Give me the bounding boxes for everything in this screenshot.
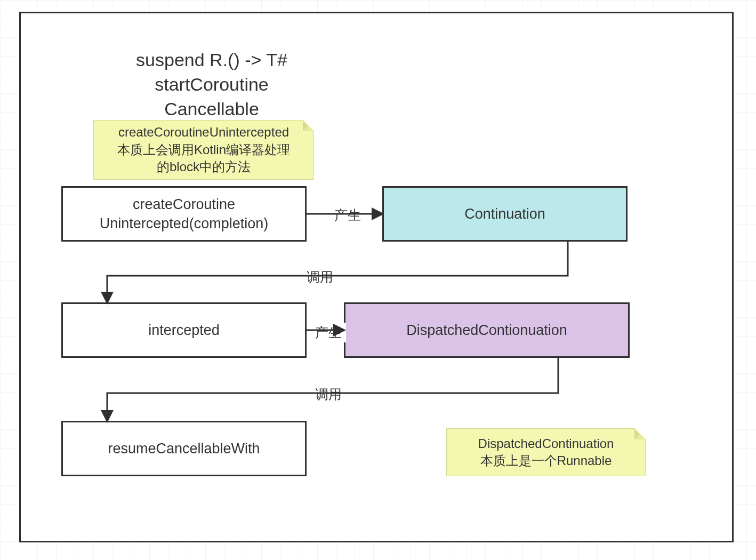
note-top-text: createCoroutineUnintercepted 本质上会调用Kotli… bbox=[117, 124, 290, 175]
title-line1: suspend R.() -> T# bbox=[136, 50, 287, 70]
note-bottom: DispatchedContinuation 本质上是一个Runnable bbox=[446, 428, 646, 476]
edge-label-call-2: 调用 bbox=[311, 385, 346, 404]
edge-label-produce-2: 产生 bbox=[311, 323, 346, 342]
box-dispatched-continuation: DispatchedContionuation bbox=[344, 302, 630, 358]
edge-label-call-1: 调用 bbox=[302, 267, 337, 287]
arrow-continuation-to-intercepted bbox=[107, 242, 568, 302]
box-continuation: Continuation bbox=[382, 186, 628, 242]
outer-frame: suspend R.() -> T# startCoroutine Cancel… bbox=[19, 12, 734, 542]
box-create-coroutine: createCoroutine Unintercepted(completion… bbox=[61, 186, 307, 242]
box-intercepted: intercepted bbox=[61, 302, 307, 358]
note-bottom-text: DispatchedContinuation 本质上是一个Runnable bbox=[478, 435, 614, 470]
box-resume-cancellable: resumeCancellableWith bbox=[61, 421, 307, 476]
title-line2: startCoroutine bbox=[155, 74, 269, 94]
diagram-title: suspend R.() -> T# startCoroutine Cancel… bbox=[100, 48, 324, 122]
edge-label-produce-1: 产生 bbox=[330, 205, 365, 225]
title-line3: Cancellable bbox=[164, 99, 259, 119]
note-top: createCoroutineUnintercepted 本质上会调用Kotli… bbox=[93, 120, 314, 180]
